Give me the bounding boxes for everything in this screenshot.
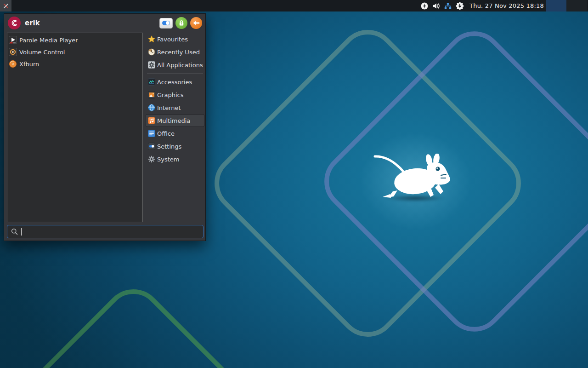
panel-clock[interactable]: Thu, 27 Nov 2025 18:18 — [469, 2, 544, 9]
search-box — [7, 225, 204, 238]
star-icon — [148, 35, 155, 43]
network-wired-icon[interactable] — [444, 2, 452, 10]
app-item-xfburn[interactable]: Xfburn — [8, 58, 142, 70]
category-item-recently-used[interactable]: Recently Used — [146, 46, 204, 58]
app-item-label: Xfburn — [19, 61, 39, 68]
debian-logo-icon — [8, 17, 21, 29]
top-panel: Thu, 27 Nov 2025 18:18 — [0, 0, 588, 12]
close-x-icon — [3, 3, 9, 9]
photo-icon — [148, 91, 155, 98]
category-label: Office — [157, 130, 175, 137]
left-arrow-icon — [192, 19, 200, 27]
globe-icon — [148, 104, 155, 111]
all-settings-button[interactable] — [159, 18, 173, 29]
category-label: Favourites — [157, 36, 188, 43]
workspace-1[interactable] — [546, 0, 566, 12]
lock-screen-button[interactable] — [175, 17, 187, 29]
category-item-all-applications[interactable]: All Applications — [146, 58, 204, 71]
text-cursor — [21, 228, 22, 236]
application-list: Parole Media Player Volume Control — [7, 33, 143, 222]
gear-square-icon — [148, 61, 155, 69]
category-label: Multimedia — [157, 117, 190, 124]
padlock-icon — [178, 20, 185, 26]
document-lines-icon — [148, 130, 155, 137]
toggle-switch-icon — [162, 21, 170, 25]
desktop: Thu, 27 Nov 2025 18:18 erik — [0, 0, 588, 368]
category-label: Internet — [157, 104, 181, 111]
category-label: Accessories — [157, 79, 192, 86]
username: erik — [25, 19, 40, 27]
category-list: Favourites Recently Used — [146, 33, 204, 166]
category-label: Recently Used — [157, 49, 200, 56]
gear-icon — [148, 155, 155, 163]
whisker-menu: erik — [4, 13, 206, 241]
media-player-icon — [9, 36, 17, 44]
category-item-office[interactable]: Office — [146, 127, 204, 140]
workspace-switcher — [546, 0, 587, 12]
speaker-cone-icon — [9, 48, 17, 56]
music-note-square-icon — [148, 117, 155, 124]
category-item-favourites[interactable]: Favourites — [146, 33, 204, 46]
power-manager-icon[interactable] — [421, 2, 428, 10]
category-item-graphics[interactable]: Graphics — [146, 88, 204, 101]
software-updates-icon[interactable] — [456, 2, 464, 10]
clock-icon — [148, 48, 155, 56]
category-item-accessories[interactable]: Accessories — [146, 75, 204, 88]
workspace-2[interactable] — [566, 0, 587, 12]
toggle-square-icon — [148, 143, 155, 150]
optical-disc-icon — [9, 60, 17, 68]
volume-icon[interactable] — [432, 2, 440, 10]
system-tray — [421, 2, 464, 10]
app-item-volume-control[interactable]: Volume Control — [8, 46, 142, 58]
category-item-multimedia[interactable]: Multimedia — [146, 114, 204, 127]
category-label: Graphics — [157, 92, 183, 98]
close-window-button[interactable] — [0, 0, 11, 12]
waveform-square-icon — [148, 78, 155, 86]
category-label: Settings — [157, 143, 181, 150]
category-item-internet[interactable]: Internet — [146, 101, 204, 114]
log-out-button[interactable] — [190, 17, 202, 29]
search-icon — [11, 228, 18, 235]
xfce-mouse-logo — [373, 154, 452, 198]
search-input[interactable] — [25, 228, 199, 235]
category-item-system[interactable]: System — [146, 153, 204, 166]
app-item-parole[interactable]: Parole Media Player — [8, 34, 142, 46]
app-item-label: Parole Media Player — [19, 37, 78, 44]
category-label: System — [157, 156, 179, 163]
category-item-settings[interactable]: Settings — [146, 140, 204, 153]
category-separator — [147, 73, 203, 74]
app-item-label: Volume Control — [19, 49, 65, 56]
menu-header: erik — [4, 14, 205, 32]
category-label: All Applications — [157, 62, 203, 69]
menu-header-buttons — [159, 17, 202, 29]
